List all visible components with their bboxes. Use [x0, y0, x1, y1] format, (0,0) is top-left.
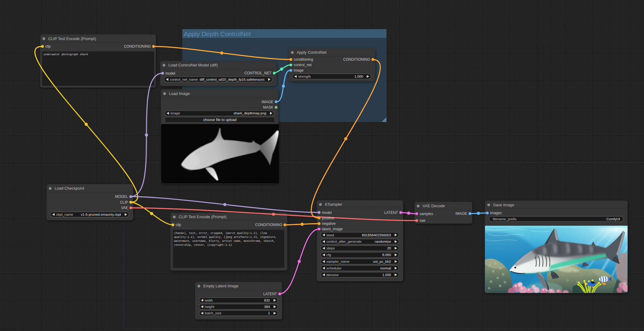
svg-text:quality:1.2), normal quality,: quality:1.2), normal quality, (jpeg arti…	[174, 235, 277, 239]
svg-text:CLIP Text Encode (Prompt): CLIP Text Encode (Prompt)	[48, 36, 96, 41]
svg-text:1.000: 1.000	[354, 75, 363, 78]
svg-text:MASK: MASK	[263, 105, 273, 110]
svg-text:model: model	[165, 71, 175, 76]
svg-text:891858402356003: 891858402356003	[362, 233, 391, 237]
svg-text:uni_pc_bh2: uni_pc_bh2	[373, 260, 391, 263]
svg-text:control_net: control_net	[294, 63, 312, 67]
svg-text:CLIP Text Encode (Prompt): CLIP Text Encode (Prompt)	[179, 214, 227, 219]
svg-text:Apply Depth ControlNet: Apply Depth ControlNet	[184, 30, 251, 37]
svg-text:watermark, username, blurry, a: watermark, username, blurry, artist name…	[174, 239, 275, 243]
svg-text:LATENT: LATENT	[384, 211, 398, 215]
svg-text:batch_size: batch_size	[205, 311, 221, 315]
svg-text:strength: strength	[298, 75, 311, 78]
svg-text:image: image	[170, 111, 180, 115]
svg-text:Save Image: Save Image	[493, 203, 514, 207]
svg-text:vae: vae	[420, 218, 426, 223]
svg-text:MODEL: MODEL	[115, 194, 128, 199]
svg-text:samples: samples	[420, 212, 433, 216]
svg-text:underwater photograph shark: underwater photograph shark	[43, 53, 88, 56]
svg-text:image: image	[294, 68, 304, 73]
svg-text:filename_prefix: filename_prefix	[493, 217, 517, 221]
svg-text:(hands), text, error, cropped,: (hands), text, error, cropped, (worst qu…	[174, 231, 267, 235]
svg-text:CONDITIONING: CONDITIONING	[255, 223, 282, 227]
svg-text:CONTROL_NET: CONTROL_NET	[244, 71, 272, 75]
svg-text:shark_depthmap.png: shark_depthmap.png	[234, 111, 266, 115]
svg-text:1.000: 1.000	[382, 273, 391, 277]
svg-text:KSampler: KSampler	[325, 202, 342, 207]
svg-text:scheduler: scheduler	[326, 266, 342, 270]
svg-text:CLIP: CLIP	[120, 200, 128, 204]
svg-text:width: width	[204, 299, 213, 302]
svg-text:CONDITIONING: CONDITIONING	[124, 44, 151, 49]
svg-text:v1-5-pruned-emaonly.ckpt: v1-5-pruned-emaonly.ckpt	[81, 213, 121, 216]
svg-text:height: height	[205, 305, 214, 309]
svg-text:images: images	[490, 211, 502, 215]
svg-text:Load Image: Load Image	[169, 91, 190, 96]
svg-text:VAE: VAE	[121, 206, 128, 210]
svg-text:normal: normal	[380, 266, 391, 270]
svg-text:cfg: cfg	[326, 253, 331, 257]
svg-text:Apply ControlNet: Apply ControlNet	[297, 50, 327, 55]
svg-text:latent_image: latent_image	[322, 227, 343, 231]
svg-text:seed: seed	[326, 233, 334, 237]
svg-text:IMAGE: IMAGE	[261, 100, 273, 104]
svg-text:Empty Latent Image: Empty Latent Image	[203, 284, 238, 288]
svg-text:conditioning: conditioning	[294, 57, 313, 62]
svg-text:384: 384	[264, 305, 270, 309]
svg-text:1: 1	[268, 311, 270, 315]
svg-text:Load ControlNet Model (diff): Load ControlNet Model (diff)	[168, 63, 218, 67]
svg-text:censorship, censor, (copyright: censorship, censor, (copyright:1.2)	[174, 243, 232, 247]
svg-text:LATENT: LATENT	[263, 292, 277, 296]
svg-text:CONDITIONING: CONDITIONING	[343, 57, 370, 62]
svg-text:randomize: randomize	[375, 240, 391, 243]
svg-text:denoise: denoise	[326, 273, 339, 277]
svg-text:choose file to upload: choose file to upload	[203, 118, 237, 122]
svg-text:clip: clip	[45, 44, 51, 49]
svg-text:clip: clip	[176, 223, 181, 227]
svg-text:sampler_name: sampler_name	[326, 260, 349, 263]
svg-text:IMAGE: IMAGE	[455, 211, 467, 216]
svg-text:Load Checkpoint: Load Checkpoint	[55, 186, 84, 191]
svg-text:ComfyUI: ComfyUI	[606, 217, 620, 221]
svg-text:diff_control_sd15_depth_fp16.s: diff_control_sd15_depth_fp16.safetensors	[200, 78, 265, 81]
svg-text:model: model	[322, 211, 332, 215]
svg-text:VAE Decode: VAE Decode	[423, 204, 445, 208]
svg-text:negative: negative	[322, 221, 336, 226]
svg-text:ckpt_name: ckpt_name	[56, 213, 73, 216]
svg-text:20: 20	[387, 246, 391, 250]
svg-text:control_after_generate: control_after_generate	[326, 240, 362, 243]
svg-text:control_net_name: control_net_name	[170, 78, 198, 81]
svg-text:positive: positive	[322, 216, 334, 220]
svg-text:8.000: 8.000	[382, 253, 391, 257]
svg-text:steps: steps	[326, 246, 335, 250]
svg-text:832: 832	[264, 299, 270, 302]
